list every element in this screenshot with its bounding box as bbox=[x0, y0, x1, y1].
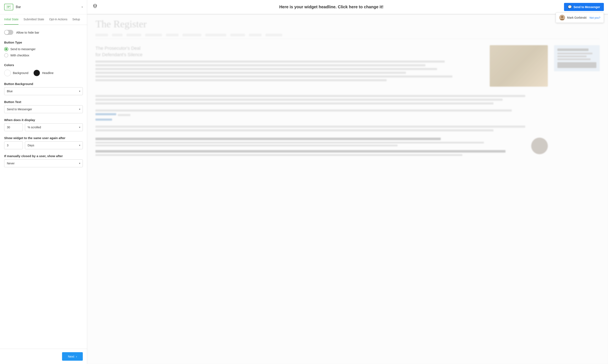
bar-widget-icon bbox=[4, 4, 13, 10]
preview-small-thumb bbox=[531, 138, 548, 154]
button-background-select[interactable]: Blue White Dark bbox=[4, 87, 83, 95]
text-line-3 bbox=[96, 68, 437, 70]
svg-point-5 bbox=[96, 5, 96, 6]
when-display-number-input[interactable] bbox=[4, 123, 23, 131]
small-title-2 bbox=[96, 150, 506, 153]
background-color-swatch[interactable] bbox=[4, 70, 11, 76]
send-button-label: Send to Messenger bbox=[574, 5, 600, 9]
show-again-unit-wrapper: Days Hours Weeks Never ▾ bbox=[25, 141, 83, 149]
body-line-2 bbox=[96, 99, 503, 101]
button-type-section: Button Type Send to messenger With check… bbox=[4, 41, 83, 57]
next-button-arrow-icon: › bbox=[76, 355, 77, 358]
svg-rect-1 bbox=[7, 6, 10, 7]
tab-initial-state[interactable]: Initial State bbox=[4, 14, 18, 25]
when-display-section: When does it display % scrolled seconds … bbox=[4, 118, 83, 131]
preview-nav bbox=[96, 34, 600, 39]
small-text-2 bbox=[96, 145, 398, 146]
widget-headline[interactable]: Here is your widget headline. Click here… bbox=[99, 5, 564, 9]
preview-article-image bbox=[490, 45, 548, 87]
left-panel: Bar ▾ Initial State Submitted State Opt-… bbox=[0, 0, 87, 364]
preview-small-article bbox=[96, 138, 548, 157]
body-line-5 bbox=[96, 126, 525, 128]
link-2 bbox=[96, 118, 112, 121]
send-to-messenger-button[interactable]: 💬 Send to Messenger bbox=[564, 3, 604, 11]
website-preview: The Register bbox=[87, 14, 608, 364]
radio-circle-with-checkbox bbox=[4, 53, 8, 57]
next-button[interactable]: Next › bbox=[62, 352, 83, 361]
show-again-number-input[interactable] bbox=[4, 141, 23, 149]
manually-closed-wrapper: Never 1 Day 3 Days 1 Week ▾ bbox=[4, 159, 83, 167]
headline-color-item[interactable]: Headline bbox=[33, 70, 54, 76]
not-you-link[interactable]: Not you? bbox=[590, 16, 600, 19]
allow-hide-bar-toggle[interactable] bbox=[4, 30, 13, 35]
sidebar-card-1 bbox=[554, 45, 600, 71]
nav-item-9 bbox=[249, 34, 262, 36]
allow-hide-bar-row: Allow to hide bar bbox=[4, 30, 83, 35]
show-again-section: Show widget to the same user again after… bbox=[4, 136, 83, 149]
radio-circle-send-to-messenger bbox=[4, 47, 8, 51]
show-again-fields: Days Hours Weeks Never ▾ bbox=[4, 141, 83, 149]
panel-content: Allow to hide bar Button Type Send to me… bbox=[0, 25, 87, 349]
preview-site-title: The Register bbox=[96, 18, 600, 30]
user-avatar bbox=[559, 15, 565, 21]
tab-opt-in-actions[interactable]: Opt-In Actions bbox=[49, 14, 68, 25]
button-text-select[interactable]: Send to Messenger Subscribe Get Updates bbox=[4, 105, 83, 113]
when-display-unit-wrapper: % scrolled seconds immediately ▾ bbox=[25, 123, 83, 131]
user-dropdown: Mark Gorbinski Not you? bbox=[556, 13, 604, 23]
nav-item-3 bbox=[126, 34, 141, 36]
radio-send-to-messenger[interactable]: Send to messenger bbox=[4, 47, 83, 51]
panel-footer: Next › bbox=[0, 349, 87, 364]
preview-small-text bbox=[96, 138, 527, 157]
radio-label-with-checkbox: With checkbox bbox=[10, 54, 29, 57]
nav-item-10 bbox=[266, 34, 282, 36]
manually-closed-select[interactable]: Never 1 Day 3 Days 1 Week bbox=[4, 159, 83, 167]
manually-closed-label: If manually closed by a user, show after bbox=[4, 154, 83, 158]
preview-article: The Prosecutor's Dealfor Defendant's Sil… bbox=[96, 45, 548, 87]
allow-hide-bar-label: Allow to hide bar bbox=[16, 31, 39, 34]
small-text-3 bbox=[96, 154, 462, 156]
widget-type-name: Bar bbox=[16, 5, 21, 9]
right-panel: Here is your widget headline. Click here… bbox=[87, 0, 608, 364]
nav-item-1 bbox=[96, 34, 108, 36]
text-line-2 bbox=[96, 64, 425, 66]
text-line-6 bbox=[96, 79, 387, 81]
body-line-inline bbox=[118, 114, 130, 116]
button-type-label: Button Type bbox=[4, 41, 83, 44]
button-text-wrapper: Send to Messenger Subscribe Get Updates … bbox=[4, 105, 83, 113]
tab-submitted-state[interactable]: Submitted State bbox=[23, 14, 44, 25]
body-spacer bbox=[96, 106, 548, 109]
sidebar-card-text-2 bbox=[557, 55, 587, 57]
button-text-section: Button Text Send to Messenger Subscribe … bbox=[4, 100, 83, 113]
preview-article-area: The Prosecutor's Dealfor Defendant's Sil… bbox=[96, 45, 548, 157]
widget-type-dropdown-arrow[interactable]: ▾ bbox=[82, 6, 83, 9]
color-swatches-container: Background Headline bbox=[4, 70, 83, 76]
widget-type-header[interactable]: Bar ▾ bbox=[0, 0, 87, 14]
small-spacer bbox=[96, 148, 527, 150]
nav-item-5 bbox=[166, 34, 179, 36]
small-text-1 bbox=[96, 142, 484, 143]
when-display-fields: % scrolled seconds immediately ▾ bbox=[4, 123, 83, 131]
body-line-1 bbox=[96, 95, 525, 97]
sidebar-card-title-1 bbox=[557, 49, 589, 51]
preview-text-block: The Prosecutor's Dealfor Defendant's Sil… bbox=[96, 45, 484, 87]
text-line-1 bbox=[96, 61, 445, 63]
body-spacer-2 bbox=[96, 122, 548, 126]
when-display-unit-select[interactable]: % scrolled seconds immediately bbox=[25, 123, 83, 131]
show-again-unit-select[interactable]: Days Hours Weeks Never bbox=[25, 141, 83, 149]
body-line-4 bbox=[96, 109, 512, 112]
sidebar-card-btn bbox=[557, 62, 596, 68]
user-name: Mark Gorbinski bbox=[567, 16, 587, 19]
show-again-label: Show widget to the same user again after bbox=[4, 136, 83, 140]
background-color-item[interactable]: Background bbox=[4, 70, 28, 76]
link-1 bbox=[96, 113, 116, 115]
text-line-4 bbox=[96, 72, 406, 74]
preview-main-layout: The Prosecutor's Dealfor Defendant's Sil… bbox=[96, 45, 600, 157]
preview-sidebar bbox=[554, 45, 600, 157]
tab-setup[interactable]: Setup bbox=[72, 14, 80, 25]
headline-color-swatch[interactable] bbox=[33, 70, 40, 76]
next-button-label: Next bbox=[68, 355, 74, 358]
messenger-bot-logo bbox=[91, 3, 99, 11]
button-background-label: Button Background bbox=[4, 82, 83, 86]
radio-with-checkbox[interactable]: With checkbox bbox=[4, 53, 83, 57]
body-link-row bbox=[96, 113, 548, 117]
